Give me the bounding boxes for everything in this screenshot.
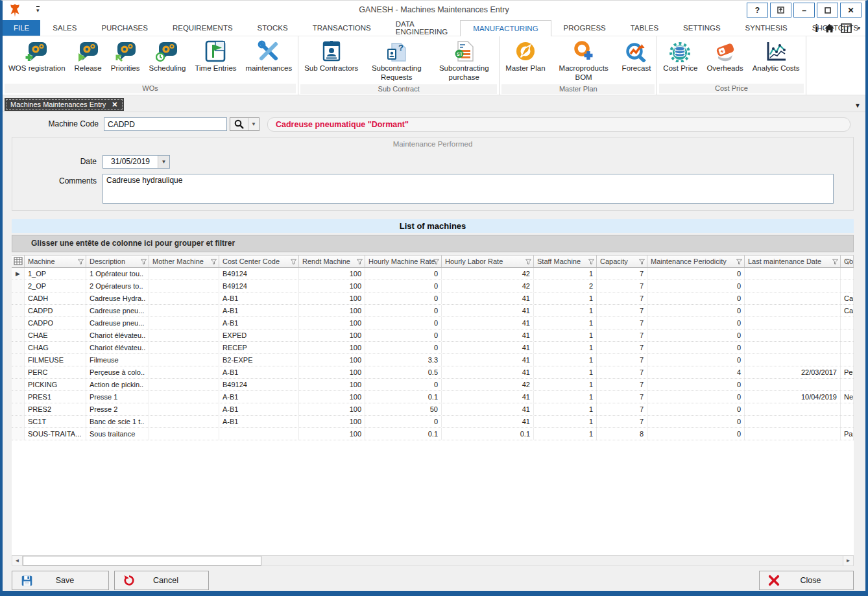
priorities-button[interactable]: Priorities xyxy=(106,38,145,75)
column-header-hourly-machine-rate[interactable]: Hourly Machine Rate xyxy=(365,256,442,267)
column-header-rendt-machine[interactable]: Rendt Machine xyxy=(299,256,365,267)
search-dropdown-caret-icon[interactable]: ▼ xyxy=(248,118,259,130)
machine-row-pres1[interactable]: PRES1Presse 1A-B11000.14117010/04/2019Ne… xyxy=(12,391,854,403)
maintenances-button[interactable]: maintenances xyxy=(241,38,297,75)
machine-row-cadpd[interactable]: CADPDCadreuse pneu...A-B1100041170Cad xyxy=(12,305,854,317)
menu-tab-tables[interactable]: TABLES xyxy=(618,20,671,36)
row-selector[interactable] xyxy=(12,329,25,341)
machine-row-sous-traita[interactable]: SOUS-TRAITA...Sous traitance1000.10.1180… xyxy=(12,428,854,440)
subcontracting-requests-button[interactable]: ?Subcontracting Requests xyxy=(363,38,430,84)
column-header-description[interactable]: Description xyxy=(86,256,149,267)
date-picker[interactable]: 31/05/2019 ▼ xyxy=(102,155,170,169)
svg-text:?: ? xyxy=(398,43,404,53)
machine-row-1-op[interactable]: ▶1_OP1 Opérateur tou..B49124100042170 xyxy=(12,268,854,280)
cell-machine: 1_OP xyxy=(25,268,86,280)
scrollbar-thumb[interactable] xyxy=(23,556,261,566)
scheduling-button[interactable]: Scheduling xyxy=(145,38,191,75)
machine-row-2-op[interactable]: 2_OP2 Opérateurs to..B49124100042270 xyxy=(12,280,854,292)
menu-tab-stocks[interactable]: STOCKS xyxy=(245,20,300,36)
row-selector[interactable] xyxy=(12,428,25,440)
menu-tab-requirements[interactable]: REQUIREMENTS xyxy=(160,20,245,36)
home-icon[interactable] xyxy=(824,23,835,33)
grid-corner-icon[interactable] xyxy=(12,256,25,267)
machine-row-filmeuse[interactable]: FILMEUSEFilmeuseB2-EXPE1003.341170 xyxy=(12,354,854,366)
row-selector[interactable] xyxy=(12,403,25,415)
menu-dropdown-caret-icon[interactable]: ▾ xyxy=(858,25,860,31)
row-selector[interactable] xyxy=(12,366,25,378)
machine-row-pres2[interactable]: PRES2Presse 2A-B11005041170 xyxy=(12,403,854,416)
row-selector[interactable] xyxy=(12,305,25,316)
menu-tab-file[interactable]: FILE xyxy=(3,20,40,36)
maximize-window-button[interactable] xyxy=(817,3,838,18)
time-entries-button[interactable]: Time Entries xyxy=(190,38,241,75)
machine-code-input[interactable] xyxy=(104,117,227,131)
tab-close-icon[interactable]: ✕ xyxy=(112,101,117,109)
column-header-comments[interactable]: Comments xyxy=(841,256,854,267)
menu-tab-progress[interactable]: PROGRESS xyxy=(551,20,618,36)
wos-registration-button[interactable]: WOS registration xyxy=(4,38,70,75)
overheads-button[interactable]: +Overheads xyxy=(702,38,747,75)
column-header-capacity[interactable]: Capacity xyxy=(597,256,647,267)
row-selector[interactable] xyxy=(12,280,25,292)
row-selector[interactable] xyxy=(12,354,25,366)
menu-tab-purchases[interactable]: PURCHASES xyxy=(89,20,160,36)
menu-tab-data-engineering[interactable]: DATA ENGINEERING xyxy=(383,20,461,36)
subcontracting-purchase-button[interactable]: STSubcontracting purchase xyxy=(430,38,498,84)
master-plan-button[interactable]: Master Plan xyxy=(501,38,549,75)
minimize-window-button[interactable]: – xyxy=(793,3,815,18)
menu-tab-sales[interactable]: SALES xyxy=(40,20,89,36)
machine-row-chag[interactable]: CHAGChariot élévateu..RECEP100041170 xyxy=(12,342,854,354)
date-dropdown-caret-icon[interactable]: ▼ xyxy=(158,156,169,168)
grid-group-panel[interactable]: Glisser une entête de colonne ici pour g… xyxy=(12,235,854,252)
row-selector[interactable] xyxy=(12,292,25,304)
column-header-mother-machine[interactable]: Mother Machine xyxy=(149,256,219,267)
column-header-machine[interactable]: Machine xyxy=(25,256,86,267)
help-window-button[interactable]: ? xyxy=(747,3,768,18)
current-row-marker-icon[interactable]: ▶ xyxy=(12,268,25,280)
machine-row-perc[interactable]: PERCPerçeuse à colo..A-B11000.54117422/0… xyxy=(12,366,854,379)
column-header-maintenance-periodicity[interactable]: Maintenance Periodicity xyxy=(647,256,745,267)
cost-price-button[interactable]: Cost Price xyxy=(658,38,702,75)
horizontal-scrollbar[interactable]: ◄ ► xyxy=(12,555,854,566)
menu-tab-synthesis[interactable]: SYNTHESIS xyxy=(733,20,800,36)
save-button[interactable]: Save xyxy=(12,571,109,590)
row-selector[interactable] xyxy=(12,379,25,390)
machine-row-chae[interactable]: CHAEChariot élévateu..EXPED100041170 xyxy=(12,329,854,342)
column-header-staff-machine[interactable]: Staff Machine xyxy=(534,256,597,267)
row-selector[interactable] xyxy=(12,391,25,403)
release-button[interactable]: Release xyxy=(70,38,106,75)
close-button[interactable]: Close xyxy=(759,571,854,590)
popout-window-button[interactable] xyxy=(770,3,791,18)
column-header-hourly-labor-rate[interactable]: Hourly Labor Rate xyxy=(442,256,534,267)
row-selector[interactable] xyxy=(12,416,25,427)
cancel-button[interactable]: Cancel xyxy=(114,571,209,590)
macroproducts-bom-button[interactable]: Macroproducts BOM xyxy=(550,38,618,84)
scroll-right-arrow-icon[interactable]: ► xyxy=(843,556,853,566)
sub-contractors-button[interactable]: Sub Contractors xyxy=(300,38,363,75)
cell-staff-machine: 1 xyxy=(534,305,597,316)
column-header-cost-center-code[interactable]: Cost Center Code xyxy=(219,256,299,267)
info-icon[interactable]: i xyxy=(815,23,818,34)
column-header-last-maintenance-date[interactable]: Last maintenance Date xyxy=(745,256,841,267)
machine-row-cadpo[interactable]: CADPOCadreuse pneu...A-B1100041170 xyxy=(12,317,854,329)
tab-machines-maintenances-entry[interactable]: Machines Maintenances Entry ✕ xyxy=(5,98,124,111)
menu-tab-settings[interactable]: SETTINGS xyxy=(671,20,733,36)
tab-list-caret-icon[interactable]: ▼ xyxy=(854,102,861,109)
menu-tab-transactions[interactable]: TRANSACTIONS xyxy=(300,20,383,36)
menu-tab-manufacturing[interactable]: MANUFACTURING xyxy=(460,20,551,36)
comments-textarea[interactable]: Cadreuse hydraulique xyxy=(102,174,834,204)
search-icon[interactable] xyxy=(230,118,248,130)
machine-row-cadh[interactable]: CADHCadreuse Hydra..A-B1100041170Cad xyxy=(12,292,854,305)
row-selector[interactable] xyxy=(12,317,25,329)
machine-row-picking[interactable]: PICKINGAction de pickin..B49124100042170 xyxy=(12,379,854,391)
cell-cost-center-code: B49124 xyxy=(219,280,299,292)
scroll-left-arrow-icon[interactable]: ◄ xyxy=(12,556,23,566)
analytic-costs-button[interactable]: Analytic Costs xyxy=(748,38,804,75)
wos-registration-icon xyxy=(25,40,48,63)
machine-row-sc1t[interactable]: SC1TBanc de scie 1 t..A-B1100041170 xyxy=(12,416,854,428)
row-selector[interactable] xyxy=(12,342,25,353)
machine-search-button[interactable]: ▼ xyxy=(230,117,259,131)
calculator-icon[interactable] xyxy=(841,23,852,33)
forecast-button[interactable]: Forecast xyxy=(618,38,656,75)
close-window-button[interactable]: ✕ xyxy=(840,3,862,18)
